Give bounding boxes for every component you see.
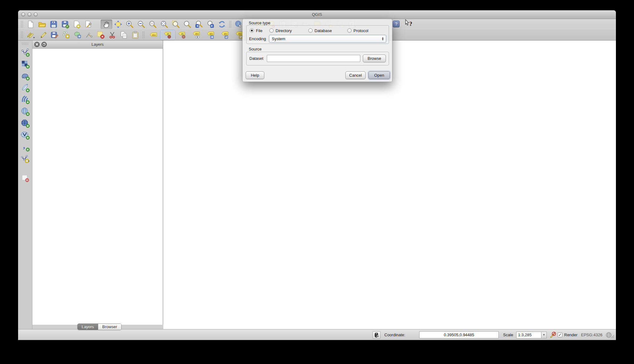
new-shapefile-layer-button[interactable]: ▾	[20, 154, 31, 164]
zoom-to-layer-button[interactable]	[181, 20, 193, 29]
toolbar-drag-handle[interactable]	[21, 31, 23, 39]
copy-features-button[interactable]	[118, 30, 129, 40]
zoom-full-extent-button[interactable]	[158, 20, 170, 29]
pan-map-button[interactable]	[101, 20, 112, 29]
source-label: Source	[249, 47, 262, 51]
scale-combo[interactable]: 1:3,285 ▼	[516, 329, 547, 340]
label-move-button[interactable]: abc	[204, 30, 218, 40]
open-project-button[interactable]	[36, 20, 48, 29]
label-rotate-button[interactable]: abc	[218, 30, 232, 40]
radio-directory[interactable]: Directory	[269, 28, 292, 33]
add-wfs-layer-button[interactable]	[20, 130, 31, 141]
layers-tree[interactable]	[32, 49, 163, 325]
help-contents-button[interactable]: ?	[393, 21, 400, 27]
tab-layers[interactable]: Layers	[78, 324, 98, 330]
add-wms-layer-button[interactable]	[20, 106, 31, 117]
radio-database[interactable]: Database	[308, 28, 332, 33]
svg-text:ab: ab	[167, 33, 169, 35]
cut-features-button[interactable]	[106, 30, 118, 40]
panel-title: Layers	[32, 41, 163, 49]
new-composer-icon	[73, 20, 81, 28]
encoding-combo[interactable]: System ▲▼	[269, 35, 386, 43]
layers-panel-header[interactable]: Layers	[32, 41, 163, 49]
add-raster-layer-icon	[21, 60, 30, 69]
delete-selected-button[interactable]	[95, 30, 106, 40]
composer-manager-button[interactable]	[82, 20, 94, 29]
add-vector-layer-button[interactable]	[20, 47, 31, 58]
add-raster-layer-button[interactable]	[20, 59, 31, 69]
zoom-selection-icon	[172, 20, 180, 28]
radio-file[interactable]: File	[250, 28, 262, 33]
pan-to-selection-button[interactable]	[112, 20, 124, 29]
add-feature-button[interactable]	[60, 30, 72, 40]
new-print-composer-button[interactable]	[71, 20, 82, 29]
add-delimited-text-icon: ,	[21, 142, 30, 152]
stop-render-button[interactable]	[549, 329, 556, 340]
node-tool-button[interactable]	[83, 30, 95, 40]
zoom-in-button[interactable]	[124, 20, 135, 29]
add-wcs-layer-button[interactable]	[20, 118, 31, 129]
new-file-icon	[26, 20, 35, 28]
label-show-hide-button[interactable]: abc	[189, 30, 204, 40]
add-wms-layer-icon	[21, 107, 30, 116]
toggle-editing-button[interactable]	[37, 30, 49, 40]
label-eye-icon: abc	[192, 31, 201, 39]
add-spatialite-layer-button[interactable]	[20, 83, 31, 93]
render-checkbox[interactable]: ✓	[558, 329, 562, 340]
save-edits-button[interactable]	[49, 30, 60, 40]
scale-dropdown-arrow-icon[interactable]: ▼	[541, 332, 546, 338]
zoom-full-icon	[160, 20, 168, 28]
mouse-tracking-toggle[interactable]	[372, 329, 381, 340]
label-pin-icon: ab	[163, 31, 172, 39]
svg-text:,: ,	[23, 142, 25, 150]
composer-manager-icon	[84, 20, 92, 28]
move-feature-button[interactable]	[72, 30, 83, 40]
zoom-last-icon	[195, 20, 203, 28]
current-edits-icon	[26, 31, 36, 39]
current-edits-button[interactable]	[25, 30, 37, 40]
save-project-as-button[interactable]	[59, 20, 71, 29]
toolbar-drag-handle[interactable]	[22, 42, 29, 45]
zoom-last-button[interactable]	[193, 20, 204, 29]
resize-grip[interactable]	[609, 334, 615, 339]
add-delimited-text-layer-button[interactable]: ,	[20, 142, 31, 152]
labeling-button[interactable]: abc	[146, 30, 161, 40]
cancel-button[interactable]: Cancel	[345, 71, 366, 79]
scale-value: 1:3,285	[516, 333, 541, 337]
new-project-button[interactable]	[25, 20, 36, 29]
browse-button[interactable]: Browse	[363, 55, 386, 62]
radio-circle-icon	[269, 28, 274, 33]
open-button[interactable]: Open	[368, 71, 390, 79]
svg-text:ab: ab	[181, 33, 184, 35]
open-folder-icon	[38, 20, 46, 28]
toolbar-drag-handle[interactable]	[142, 31, 145, 39]
qgis-window: QGIS 1:1 i	[18, 10, 616, 340]
remove-layer-button[interactable]	[20, 173, 31, 184]
toolbar-drag-handle[interactable]	[229, 21, 232, 28]
help-button[interactable]: Help	[246, 71, 264, 79]
label-rotate-icon: abc	[221, 31, 229, 39]
tab-browser[interactable]: Browser	[98, 324, 121, 330]
zoom-to-selection-button[interactable]	[170, 20, 181, 29]
refresh-button[interactable]	[216, 20, 228, 29]
radio-protocol[interactable]: Protocol	[347, 28, 368, 33]
layers-panel: Layers	[32, 41, 163, 325]
zoom-actual-icon: 1:1	[149, 20, 157, 28]
titlebar[interactable]: QGIS	[18, 10, 616, 19]
add-postgis-layer-button[interactable]	[20, 71, 31, 81]
label-pin-selected-button[interactable]: ab	[161, 30, 175, 40]
toolbar-drag-handle[interactable]	[21, 21, 23, 28]
dataset-input[interactable]	[267, 55, 360, 62]
label-pin-button[interactable]: ab	[175, 30, 189, 40]
zoom-next-button[interactable]	[204, 20, 216, 29]
copy-icon	[120, 31, 128, 39]
save-project-button[interactable]	[48, 20, 59, 29]
add-mssql-layer-button[interactable]	[20, 94, 31, 105]
map-canvas[interactable]	[163, 41, 616, 329]
source-type-label: Source type	[249, 21, 270, 25]
capture-point-icon	[62, 31, 70, 39]
zoom-out-button[interactable]	[135, 20, 147, 29]
zoom-actual-size-button[interactable]: 1:1	[147, 20, 158, 29]
coordinate-input[interactable]	[419, 331, 499, 338]
paste-features-button[interactable]	[129, 30, 141, 40]
